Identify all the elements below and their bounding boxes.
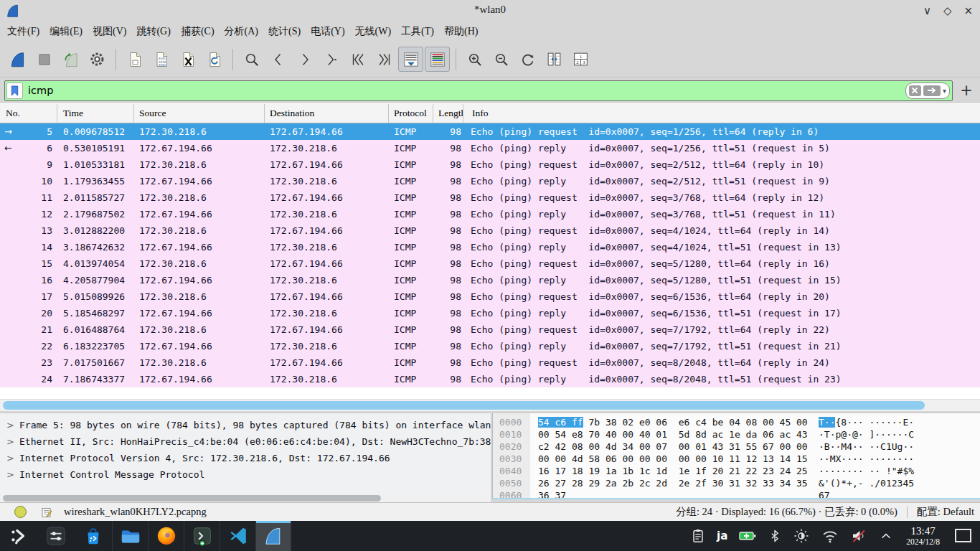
packet-row[interactable]: 101.179363455172.67.194.66172.30.218.6IC… bbox=[0, 173, 980, 189]
volume-muted-icon[interactable] bbox=[850, 527, 867, 545]
packet-row[interactable]: 112.011585727172.30.218.6172.67.194.66IC… bbox=[0, 189, 980, 206]
scrollbar-thumb[interactable] bbox=[3, 495, 381, 501]
hex-bytes[interactable]: 16 17 18 19 1a 1b 1c 1d 1e 1f 20 21 22 2… bbox=[530, 465, 819, 477]
scrollbar-thumb[interactable] bbox=[3, 401, 925, 410]
ascii-bytes[interactable]: 67 bbox=[819, 489, 830, 499]
hex-row[interactable]: 005026 27 28 29 2a 2b 2c 2d 2e 2f 30 31 … bbox=[493, 477, 980, 489]
bluetooth-icon[interactable] bbox=[768, 527, 782, 545]
go-forward-icon[interactable] bbox=[292, 47, 317, 72]
hex-bytes[interactable]: 36 37 bbox=[530, 489, 819, 499]
packet-row[interactable]: 143.186742632172.67.194.66172.30.218.6IC… bbox=[0, 239, 980, 255]
close-file-icon[interactable] bbox=[175, 47, 200, 72]
column-header[interactable]: No. bbox=[0, 104, 57, 123]
packet-row[interactable]: 216.016488764172.30.218.6172.67.194.66IC… bbox=[0, 321, 980, 338]
menu-item[interactable]: 编辑(E) bbox=[44, 23, 88, 40]
filter-dropdown-caret-icon[interactable]: ▾ bbox=[943, 87, 946, 95]
menu-item[interactable]: 捕获(C) bbox=[176, 23, 220, 40]
wifi-icon[interactable] bbox=[821, 527, 839, 545]
packet-row[interactable]: 247.186743377172.67.194.66172.30.218.6IC… bbox=[0, 371, 980, 387]
column-header[interactable]: Destination bbox=[265, 104, 389, 123]
column-header[interactable]: Length bbox=[433, 104, 463, 123]
expand-arrow-icon[interactable]: > bbox=[6, 433, 14, 450]
find-packet-icon[interactable] bbox=[239, 47, 264, 72]
capture-options-icon[interactable] bbox=[85, 47, 110, 72]
wireshark-taskbar-icon[interactable] bbox=[255, 521, 291, 551]
column-header[interactable]: Source bbox=[134, 104, 265, 123]
first-packet-icon[interactable] bbox=[345, 47, 370, 72]
input-method-indicator[interactable]: ja bbox=[717, 529, 727, 542]
battery-icon[interactable] bbox=[738, 527, 757, 545]
packet-row[interactable]: 164.205877904172.67.194.66172.30.218.6IC… bbox=[0, 272, 980, 288]
column-header[interactable]: Time bbox=[57, 104, 134, 123]
expand-arrow-icon[interactable]: > bbox=[6, 417, 14, 433]
stop-capture-icon[interactable] bbox=[32, 47, 57, 72]
menu-item[interactable]: 视图(V) bbox=[88, 23, 131, 40]
add-filter-button[interactable]: + bbox=[957, 81, 976, 100]
menu-item[interactable]: 文件(F) bbox=[2, 23, 44, 40]
taskbar-clock[interactable]: 13:47 2024/12/8 bbox=[906, 525, 940, 546]
packet-row[interactable]: 50.009678512172.30.218.6172.67.194.66ICM… bbox=[0, 123, 980, 140]
ascii-bytes[interactable]: T··{8··· ······E· bbox=[819, 416, 914, 428]
zoom-in-icon[interactable] bbox=[462, 47, 487, 72]
menu-item[interactable]: 分析(A) bbox=[220, 23, 263, 40]
packet-row[interactable]: 133.012882200172.30.218.6172.67.194.66IC… bbox=[0, 222, 980, 239]
column-header[interactable]: Info bbox=[463, 104, 980, 123]
menu-item[interactable]: 无线(W) bbox=[350, 23, 397, 40]
packet-row[interactable]: 91.010533181172.30.218.6172.67.194.66ICM… bbox=[0, 156, 980, 173]
restart-capture-icon[interactable] bbox=[58, 47, 83, 72]
display-filter-field[interactable]: ▾ bbox=[4, 80, 953, 101]
resize-columns-icon[interactable] bbox=[542, 47, 567, 72]
ascii-bytes[interactable]: ··MX···· ········ bbox=[819, 453, 914, 465]
terminal-icon[interactable] bbox=[184, 521, 220, 551]
protocol-tree-item[interactable]: >Frame 5: 98 bytes on wire (784 bits), 9… bbox=[0, 417, 491, 433]
protocol-tree-item[interactable]: >Internet Protocol Version 4, Src: 172.3… bbox=[0, 450, 491, 466]
brightness-icon[interactable] bbox=[793, 527, 810, 545]
packet-row[interactable]: 226.183223705172.67.194.66172.30.218.6IC… bbox=[0, 338, 980, 354]
maximize-button[interactable]: ◇ bbox=[943, 4, 952, 17]
menu-item[interactable]: 跳转(G) bbox=[131, 23, 175, 40]
zoom-out-icon[interactable] bbox=[489, 47, 514, 72]
ascii-bytes[interactable]: &'()*+,- ./012345 bbox=[819, 477, 914, 489]
menu-item[interactable]: 电话(Y) bbox=[306, 23, 349, 40]
hex-row[interactable]: 006036 3767 bbox=[493, 489, 980, 499]
auto-scroll-toggle-icon[interactable] bbox=[398, 47, 423, 72]
last-packet-icon[interactable] bbox=[372, 47, 397, 72]
filter-clear-icon[interactable] bbox=[909, 85, 921, 96]
close-button[interactable]: × bbox=[963, 4, 973, 17]
packet-list-hscrollbar[interactable] bbox=[0, 399, 980, 411]
menu-item[interactable]: 工具(T) bbox=[396, 23, 439, 40]
app-store-icon[interactable] bbox=[75, 521, 112, 551]
hex-bytes[interactable]: 54 c6 ff 7b 38 02 e0 06 e6 c4 be 04 08 0… bbox=[530, 416, 819, 428]
expand-arrow-icon[interactable]: > bbox=[6, 450, 14, 466]
hex-row[interactable]: 0020c2 42 08 00 4d 34 00 07 00 01 43 31 … bbox=[493, 441, 980, 453]
clipboard-icon[interactable] bbox=[690, 527, 706, 545]
packet-row[interactable]: 122.179687502172.67.194.66172.30.218.6IC… bbox=[0, 206, 980, 222]
normal-size-icon[interactable] bbox=[515, 47, 540, 72]
column-layout-icon[interactable]: 123 bbox=[568, 47, 593, 72]
hex-bytes[interactable]: 00 54 e8 70 40 00 40 01 5d 8d ac 1e da 0… bbox=[530, 428, 819, 441]
expand-arrow-icon[interactable]: > bbox=[6, 466, 14, 483]
details-hscrollbar[interactable] bbox=[0, 494, 491, 502]
packet-row[interactable]: 237.017501667172.30.218.6172.67.194.66IC… bbox=[0, 354, 980, 371]
vscode-icon[interactable] bbox=[220, 521, 255, 551]
filter-bookmark-icon[interactable] bbox=[6, 83, 23, 99]
start-capture-icon[interactable] bbox=[5, 47, 30, 72]
colorize-toggle-icon[interactable] bbox=[425, 47, 450, 72]
column-header[interactable]: Protocol bbox=[389, 104, 433, 123]
protocol-tree-item[interactable]: >Internet Control Message Protocol bbox=[0, 466, 491, 483]
capture-comment-icon[interactable] bbox=[41, 507, 52, 518]
display-filter-input[interactable] bbox=[27, 84, 952, 97]
protocol-tree-item[interactable]: >Ethernet II, Src: HonHaiPrecis_c4:be:04… bbox=[0, 433, 491, 450]
hex-row[interactable]: 000054 c6 ff 7b 38 02 e0 06 e6 c4 be 04 … bbox=[493, 416, 980, 428]
hex-row[interactable]: 003000 00 4d 58 06 00 00 00 00 00 10 11 … bbox=[493, 453, 980, 465]
hex-bytes[interactable]: c2 42 08 00 4d 34 00 07 00 01 43 31 55 6… bbox=[530, 441, 819, 453]
profile-selector[interactable]: 配置: Default bbox=[917, 505, 974, 519]
app-launcher-icon[interactable] bbox=[0, 521, 37, 551]
ascii-bytes[interactable]: ········ ·· !"#$% bbox=[819, 465, 914, 477]
hex-row[interactable]: 001000 54 e8 70 40 00 40 01 5d 8d ac 1e … bbox=[493, 428, 980, 441]
hex-row[interactable]: 004016 17 18 19 1a 1b 1c 1d 1e 1f 20 21 … bbox=[493, 465, 980, 477]
menu-item[interactable]: 统计(S) bbox=[263, 23, 306, 40]
menu-item[interactable]: 帮助(H) bbox=[439, 23, 483, 40]
reload-file-icon[interactable] bbox=[202, 47, 227, 72]
ascii-bytes[interactable]: ·B··M4·· ··C1Ug·· bbox=[819, 441, 914, 453]
